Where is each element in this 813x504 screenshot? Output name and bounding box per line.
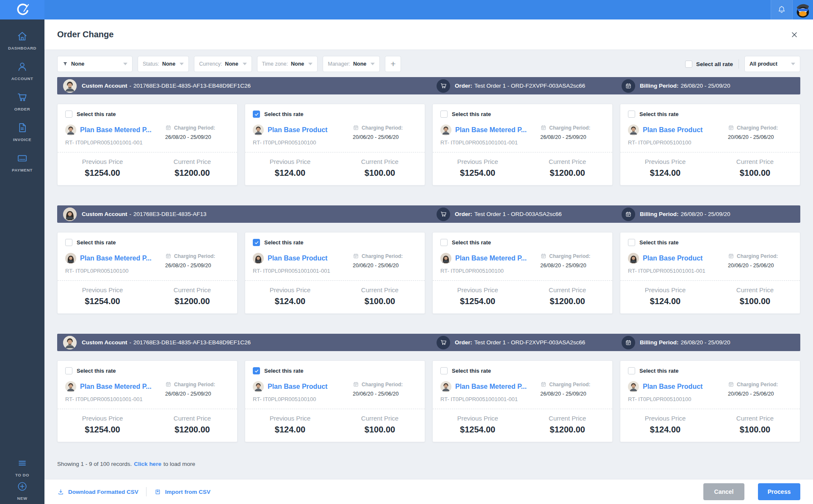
- product-link[interactable]: Plan Base Metered P...: [80, 126, 152, 134]
- calendar-icon: [540, 381, 547, 388]
- product-link[interactable]: Plan Base Product: [268, 126, 327, 134]
- rate-code: RT- IT0PL0PR0051001001-001: [440, 139, 538, 146]
- sidebar-item-order[interactable]: ORDER: [0, 91, 44, 111]
- charging-period-label: Charging Period:: [549, 125, 590, 131]
- select-rate-label: Select this rate: [452, 368, 491, 374]
- sidebar-item-new[interactable]: NEW: [0, 481, 44, 501]
- select-rate-row: Select this rate: [628, 239, 792, 246]
- product-link[interactable]: Plan Base Metered P...: [80, 383, 152, 390]
- previous-price-block: Previous Price $124.00: [245, 415, 335, 435]
- select-rate-checkbox[interactable]: [440, 111, 448, 118]
- cancel-button[interactable]: Cancel: [703, 483, 744, 500]
- account-info: Custom Account - 201768E3-DB1E-4835-AF13…: [63, 336, 437, 349]
- current-price-label: Current Price: [147, 415, 237, 422]
- charging-period-block: Charging Period: 26/08/20 - 25/09/20: [540, 381, 605, 402]
- previous-price-value: $124.00: [245, 168, 335, 178]
- close-icon[interactable]: [788, 29, 800, 41]
- select-all-rate-control: Select all rate: [685, 61, 733, 68]
- sidebar-item-account[interactable]: ACCOUNT: [0, 61, 44, 81]
- select-rate-checkbox[interactable]: [628, 239, 635, 246]
- product-avatar: [65, 381, 76, 392]
- sidebar-item-payment[interactable]: PAYMENT: [0, 152, 44, 172]
- sidebar-item-invoice[interactable]: INVOICE: [0, 122, 44, 142]
- calendar-icon: [540, 253, 547, 259]
- select-rate-label: Select this rate: [639, 239, 679, 246]
- rate-card-content: Select this rate: [433, 239, 612, 274]
- notifications-button[interactable]: [771, 0, 793, 19]
- download-csv-link[interactable]: Download Formatted CSV: [57, 488, 138, 496]
- select-rate-checkbox[interactable]: [253, 111, 260, 118]
- billing-value: 26/08/20 - 25/09/20: [681, 211, 730, 217]
- current-price-label: Current Price: [710, 415, 800, 422]
- select-rate-row: Select this rate: [628, 367, 792, 374]
- select-rate-checkbox[interactable]: [65, 111, 72, 118]
- select-rate-checkbox[interactable]: [628, 367, 635, 374]
- order-value: Test Order 1 - ORD-003ASA2sc66: [474, 211, 561, 217]
- select-rate-checkbox[interactable]: [253, 239, 260, 246]
- product-row: Plan Base Product RT- IT0PL0PR0051001001…: [628, 253, 792, 274]
- status-filter-label: Status:: [143, 61, 159, 67]
- select-rate-row: Select this rate: [440, 367, 605, 374]
- sidebar-item-todo[interactable]: TO DO: [0, 457, 44, 477]
- price-row: Previous Price $1254.00 Current Price $1…: [433, 152, 612, 178]
- account-section-header: Custom Account - 201768E3-DB1E-4835-AF13…: [57, 205, 800, 223]
- sidebar-item-dashboard[interactable]: DASHBOARD: [0, 30, 44, 50]
- select-rate-checkbox[interactable]: [440, 367, 448, 374]
- chevron-down-icon: [308, 63, 312, 65]
- calendar-icon: [728, 381, 734, 388]
- select-rate-row: Select this rate: [440, 111, 605, 118]
- product-link[interactable]: Plan Base Product: [268, 383, 327, 390]
- user-avatar[interactable]: [793, 0, 813, 19]
- product-link[interactable]: Plan Base Metered P...: [455, 255, 527, 262]
- rate-card-content: Select this rate: [433, 367, 612, 402]
- current-price-block: Current Price $1200.00: [147, 158, 237, 178]
- rate-card-content: Select this rate: [58, 239, 237, 274]
- cart-icon: [437, 208, 450, 221]
- product-link[interactable]: Plan Base Metered P...: [80, 255, 152, 262]
- load-more-link[interactable]: Click here: [134, 461, 161, 467]
- rate-card: Select this rate: [620, 360, 800, 442]
- saved-filter-dropdown[interactable]: None: [57, 56, 133, 72]
- product-link[interactable]: Plan Base Metered P...: [455, 126, 527, 134]
- charging-period-label: Charging Period:: [174, 253, 215, 259]
- timezone-filter-dropdown[interactable]: Time zone: None: [257, 56, 318, 72]
- pagination: Showing 1 - 9 of 100 records. Click here…: [57, 461, 800, 467]
- status-filter-dropdown[interactable]: Status: None: [138, 56, 189, 72]
- rate-card-content: Select this rate: [245, 367, 425, 402]
- select-all-rate-checkbox[interactable]: [685, 61, 692, 68]
- product-info: Plan Base Metered P... RT- IT0PL0PR00510…: [65, 253, 165, 274]
- billing-info: Billing Period: 26/08/20 - 25/09/20: [622, 79, 794, 93]
- calendar-icon: [622, 336, 635, 349]
- add-filter-button[interactable]: +: [385, 56, 401, 72]
- select-rate-checkbox[interactable]: [628, 111, 635, 118]
- billing-value: 26/08/20 - 25/09/20: [681, 83, 730, 89]
- product-link[interactable]: Plan Base Product: [643, 255, 702, 262]
- process-button[interactable]: Process: [758, 483, 800, 500]
- modal-footer: Download Formatted CSV Import from CSV C…: [44, 479, 813, 504]
- product-row: Plan Base Product RT- IT0PL0PR005100100 …: [628, 381, 792, 402]
- currency-filter-dropdown[interactable]: Currency: None: [194, 56, 252, 72]
- product-filter-dropdown[interactable]: All product: [744, 56, 800, 72]
- import-csv-link[interactable]: Import from CSV: [154, 488, 210, 496]
- product-info: Plan Base Product RT- IT0PL0PR005100100: [253, 381, 353, 402]
- order-label: Order:: [455, 83, 472, 89]
- charging-period-label: Charging Period:: [362, 125, 403, 131]
- product-link[interactable]: Plan Base Product: [643, 383, 702, 390]
- current-price-label: Current Price: [335, 286, 425, 294]
- product-link[interactable]: Plan Base Metered P...: [455, 383, 527, 390]
- app-logo[interactable]: [0, 0, 44, 19]
- select-rate-row: Select this rate: [65, 367, 230, 374]
- sections-container: Custom Account - 201768E3-DB1E-4835-AF13…: [57, 77, 800, 442]
- manager-filter-dropdown[interactable]: Manager: None: [323, 56, 380, 72]
- rate-card: Select this rate: [620, 232, 800, 314]
- person-icon: [17, 61, 28, 72]
- charging-period-block: Charging Period: 20/06/20 - 25/06/20: [728, 125, 792, 146]
- account-info: Custom Account - 201768E3-DB1E-4835-AF13…: [63, 79, 437, 93]
- select-rate-checkbox[interactable]: [65, 367, 72, 374]
- product-link[interactable]: Plan Base Product: [268, 255, 327, 262]
- select-rate-checkbox[interactable]: [253, 367, 260, 374]
- select-rate-checkbox[interactable]: [65, 239, 72, 246]
- select-rate-checkbox[interactable]: [440, 239, 448, 246]
- product-link[interactable]: Plan Base Product: [643, 126, 702, 134]
- previous-price-block: Previous Price $124.00: [245, 158, 335, 178]
